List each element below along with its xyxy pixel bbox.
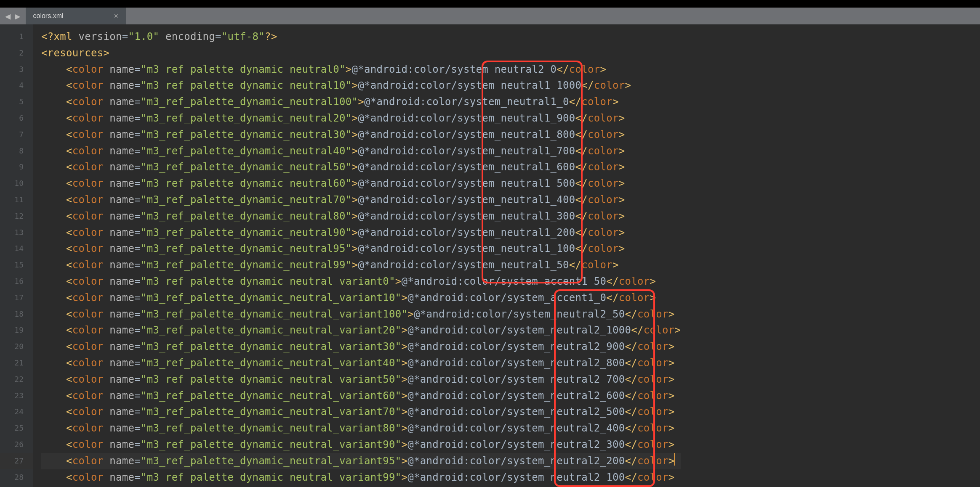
color-entry[interactable]: <color name="m3_ref_palette_dynamic_neut… [41, 273, 681, 290]
line-number: 15 [0, 257, 33, 273]
color-entry[interactable]: <color name="m3_ref_palette_dynamic_neut… [41, 225, 681, 241]
tab-filename: colors.xml [33, 12, 64, 20]
color-entry[interactable]: <color name="m3_ref_palette_dynamic_neut… [41, 339, 681, 355]
color-entry[interactable]: <color name="m3_ref_palette_dynamic_neut… [41, 94, 681, 110]
line-number: 19 [0, 322, 33, 339]
line-number: 18 [0, 306, 33, 323]
close-icon[interactable]: × [114, 12, 119, 21]
editor-area[interactable]: 1234567891011121314151617181920212223242… [0, 24, 980, 487]
resources-open-tag[interactable]: <resources> [41, 45, 681, 61]
line-number: 14 [0, 241, 33, 257]
color-entry[interactable]: <color name="m3_ref_palette_dynamic_neut… [41, 420, 681, 437]
line-number: 26 [0, 437, 33, 453]
line-number: 12 [0, 208, 33, 225]
line-number: 25 [0, 420, 33, 437]
line-number: 17 [0, 290, 33, 306]
color-entry[interactable]: <color name="m3_ref_palette_dynamic_neut… [41, 453, 681, 469]
line-number: 16 [0, 273, 33, 290]
line-number: 11 [0, 192, 33, 208]
code-view[interactable]: <?xml version="1.0" encoding="utf-8"?><r… [33, 24, 681, 487]
tab-bar: ◀ ▶ colors.xml × [0, 8, 980, 24]
color-entry[interactable]: <color name="m3_ref_palette_dynamic_neut… [41, 175, 681, 192]
color-entry[interactable]: <color name="m3_ref_palette_dynamic_neut… [41, 404, 681, 420]
color-entry[interactable]: <color name="m3_ref_palette_dynamic_neut… [41, 355, 681, 371]
color-entry[interactable]: <color name="m3_ref_palette_dynamic_neut… [41, 322, 681, 339]
color-entry[interactable]: <color name="m3_ref_palette_dynamic_neut… [41, 306, 681, 323]
line-number: 28 [0, 469, 33, 486]
line-number: 5 [0, 94, 33, 110]
color-entry[interactable]: <color name="m3_ref_palette_dynamic_neut… [41, 388, 681, 404]
line-number: 6 [0, 110, 33, 127]
line-number: 21 [0, 355, 33, 371]
color-entry[interactable]: <color name="m3_ref_palette_dynamic_neut… [41, 143, 681, 159]
color-entry[interactable]: <color name="m3_ref_palette_dynamic_neut… [41, 257, 681, 273]
color-entry[interactable]: <color name="m3_ref_palette_dynamic_neut… [41, 208, 681, 225]
line-number: 9 [0, 159, 33, 175]
nav-arrows: ◀ ▶ [0, 11, 26, 21]
line-number: 8 [0, 143, 33, 159]
line-number: 24 [0, 404, 33, 420]
color-entry[interactable]: <color name="m3_ref_palette_dynamic_neut… [41, 127, 681, 143]
tab-active[interactable]: colors.xml × [26, 8, 126, 24]
line-number: 1 [0, 29, 33, 45]
line-number: 23 [0, 388, 33, 404]
color-entry[interactable]: <color name="m3_ref_palette_dynamic_neut… [41, 61, 681, 78]
color-entry[interactable]: <color name="m3_ref_palette_dynamic_neut… [41, 371, 681, 388]
color-entry[interactable]: <color name="m3_ref_palette_dynamic_neut… [41, 77, 681, 94]
color-entry[interactable]: <color name="m3_ref_palette_dynamic_neut… [41, 469, 681, 486]
line-number: 22 [0, 371, 33, 388]
nav-back-icon[interactable]: ◀ [5, 11, 11, 21]
color-entry[interactable]: <color name="m3_ref_palette_dynamic_neut… [41, 159, 681, 175]
line-number: 10 [0, 175, 33, 192]
line-number: 20 [0, 339, 33, 355]
color-entry[interactable]: <color name="m3_ref_palette_dynamic_neut… [41, 241, 681, 257]
caret [674, 453, 675, 466]
nav-forward-icon[interactable]: ▶ [15, 11, 20, 21]
line-number: 27 [0, 453, 33, 469]
window-titlebar [0, 0, 980, 8]
color-entry[interactable]: <color name="m3_ref_palette_dynamic_neut… [41, 437, 681, 453]
color-entry[interactable]: <color name="m3_ref_palette_dynamic_neut… [41, 290, 681, 306]
line-number: 7 [0, 127, 33, 143]
line-number: 3 [0, 61, 33, 78]
line-number: 2 [0, 45, 33, 61]
color-entry[interactable]: <color name="m3_ref_palette_dynamic_neut… [41, 110, 681, 127]
color-entry[interactable]: <color name="m3_ref_palette_dynamic_neut… [41, 192, 681, 208]
line-number: 4 [0, 77, 33, 94]
line-number: 13 [0, 225, 33, 241]
xml-declaration[interactable]: <?xml version="1.0" encoding="utf-8"?> [41, 29, 681, 45]
gutter: 1234567891011121314151617181920212223242… [0, 24, 33, 487]
